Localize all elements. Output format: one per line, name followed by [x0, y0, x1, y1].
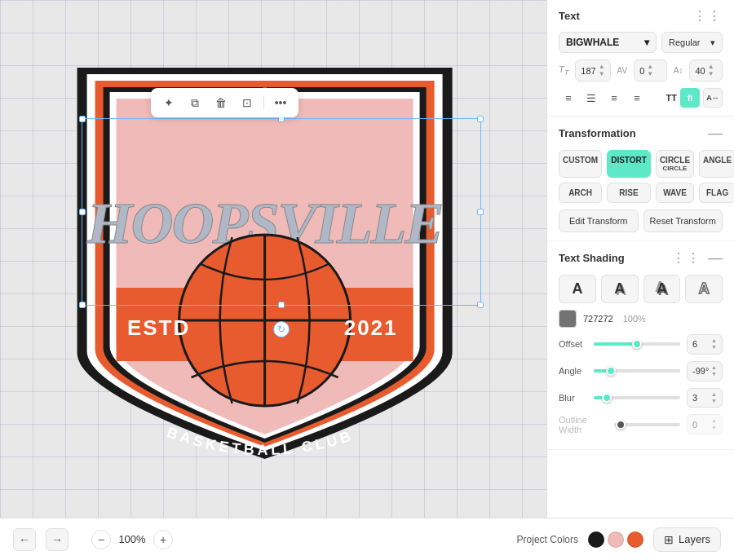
shade-outline-letter: A	[699, 280, 710, 298]
offset-down[interactable]: ▼	[711, 344, 717, 351]
shading-color-swatch[interactable]	[559, 310, 577, 328]
transform-angle-btn[interactable]: ANGLE	[699, 150, 734, 178]
zoom-in-btn[interactable]: +	[153, 530, 173, 549]
outline-value-box[interactable]: 0 ▲ ▼	[687, 414, 723, 434]
font-style-chevron	[710, 37, 715, 48]
blur-down[interactable]: ▼	[711, 398, 717, 404]
delete-tool-btn[interactable]: 🗑	[211, 93, 231, 112]
blur-value-box[interactable]: 3 ▲ ▼	[687, 388, 723, 408]
layers-icon: ⊞	[664, 533, 674, 546]
transformation-collapse[interactable]: —	[708, 125, 723, 142]
shade-shadow2-letter: A	[657, 280, 667, 298]
resize-tool-btn[interactable]: ⊡	[237, 93, 257, 112]
transform-custom-btn[interactable]: CUSTOM	[559, 150, 602, 178]
font-size-up[interactable]: ▲	[599, 64, 605, 70]
angle-arrows: ▲ ▼	[711, 364, 717, 378]
shading-dots: ⋮⋮	[672, 250, 701, 266]
transform-circle-btn[interactable]: CIRCLE CIRCLE	[656, 150, 694, 178]
font-size-down[interactable]: ▼	[599, 71, 605, 77]
svg-text:2021: 2021	[344, 315, 398, 340]
outline-down[interactable]: ▼	[711, 425, 717, 431]
transformation-header: Transformation —	[559, 125, 723, 142]
leading-up[interactable]: ▲	[708, 64, 714, 70]
project-color-circles	[588, 531, 643, 548]
edit-transform-btn[interactable]: Edit Transform	[559, 209, 639, 232]
a-special-btn[interactable]: A↔	[703, 88, 723, 108]
align-justify-btn[interactable]: ≡	[627, 88, 647, 108]
zoom-out-btn[interactable]: −	[91, 530, 111, 549]
transform-arch-btn[interactable]: ARCH	[559, 183, 602, 203]
tracking-icon: AV	[617, 66, 628, 75]
transform-distort-btn[interactable]: DISTORT	[607, 150, 651, 178]
font-size-icon: TT	[559, 64, 568, 77]
offset-value-box[interactable]: 6 ▲ ▼	[687, 334, 723, 355]
offset-up[interactable]: ▲	[711, 337, 717, 344]
svg-text:ESTD: ESTD	[127, 315, 190, 340]
angle-value-box[interactable]: -99° ▲ ▼	[687, 361, 723, 381]
project-color-dark[interactable]	[588, 531, 604, 548]
font-family-select[interactable]: BIGWHALE	[559, 32, 657, 53]
shade-outline-btn[interactable]: A	[685, 275, 723, 303]
outline-thumb[interactable]	[616, 420, 626, 430]
align-right-btn[interactable]: ≡	[604, 88, 624, 108]
angle-value: -99°	[692, 366, 710, 376]
circle-label2: CIRCLE	[660, 165, 690, 172]
transform-wave-btn[interactable]: WAVE	[656, 183, 694, 203]
shade-shadow2-btn[interactable]: A	[643, 275, 681, 303]
tracking-input[interactable]: 0 ▲ ▼	[634, 60, 667, 82]
outline-track[interactable]	[614, 423, 680, 426]
shade-shadow1-btn[interactable]: A	[601, 275, 639, 303]
transform-flag-btn[interactable]: FLAG	[699, 183, 734, 203]
shade-none-btn[interactable]: A	[559, 275, 596, 303]
leading-input[interactable]: 40 ▲ ▼	[689, 60, 723, 82]
layers-btn[interactable]: ⊞ Layers	[653, 527, 721, 552]
outline-value: 0	[692, 420, 710, 430]
redo-btn[interactable]: →	[46, 528, 69, 551]
undo-btn[interactable]: ←	[13, 528, 36, 551]
angle-down[interactable]: ▼	[711, 371, 717, 377]
outline-up[interactable]: ▲	[711, 417, 717, 424]
blur-thumb[interactable]	[602, 393, 612, 403]
more-tool-btn[interactable]: •••	[271, 93, 290, 112]
font-size-input[interactable]: 187 ▲ ▼	[575, 60, 610, 82]
tt-label: TT	[666, 93, 677, 103]
leading-down[interactable]: ▼	[708, 71, 714, 77]
tracking-up[interactable]: ▲	[647, 64, 653, 70]
duplicate-tool-btn[interactable]: ⧉	[185, 93, 205, 112]
transformation-title: Transformation	[559, 127, 636, 139]
offset-thumb[interactable]	[632, 339, 642, 349]
align-center-btn[interactable]: ☰	[581, 88, 601, 108]
blur-up[interactable]: ▲	[711, 391, 717, 398]
blur-track[interactable]	[594, 396, 680, 399]
offset-value: 6	[692, 339, 710, 349]
shade-none-letter: A	[572, 280, 582, 298]
leading-value: 40	[695, 66, 705, 76]
project-color-pink[interactable]	[608, 531, 624, 548]
bottom-bar: ← → − 100% + Project Colors ⊞ Layers	[0, 518, 734, 560]
right-panel: Text ⋮⋮ BIGWHALE Regular TT 187	[546, 0, 734, 518]
font-style-select[interactable]: Regular	[661, 32, 723, 53]
canvas-area[interactable]: HOOPSVILLE ESTD 2021 BASKETBALL CLU	[0, 0, 546, 518]
font-row: BIGWHALE Regular	[559, 32, 723, 53]
tracking-down[interactable]: ▼	[647, 71, 653, 77]
font-size-value: 187	[581, 66, 595, 76]
shading-title: Text Shading	[559, 252, 625, 264]
shade-shadow1-letter: A	[614, 280, 625, 298]
font-family-label: BIGWHALE	[566, 37, 619, 48]
transform-rise-btn[interactable]: RISE	[607, 183, 651, 203]
fi-special-btn[interactable]: fi	[680, 88, 700, 108]
floating-toolbar[interactable]: ✦ ⧉ 🗑 ⊡ •••	[151, 88, 298, 117]
tracking-arrows: ▲ ▼	[647, 64, 653, 77]
angle-track[interactable]	[594, 369, 680, 373]
project-color-orange[interactable]	[627, 531, 643, 548]
text-section: Text ⋮⋮ BIGWHALE Regular TT 187	[547, 0, 734, 117]
angle-up[interactable]: ▲	[711, 364, 717, 371]
angle-thumb[interactable]	[606, 366, 616, 376]
reset-transform-btn[interactable]: Reset Transform	[643, 209, 723, 232]
move-tool-btn[interactable]: ✦	[159, 93, 179, 112]
leading-arrows: ▲ ▼	[708, 64, 714, 77]
shading-collapse[interactable]: —	[708, 249, 723, 267]
align-left-btn[interactable]: ≡	[559, 88, 578, 108]
offset-track[interactable]	[594, 342, 680, 346]
blur-value: 3	[692, 393, 710, 403]
